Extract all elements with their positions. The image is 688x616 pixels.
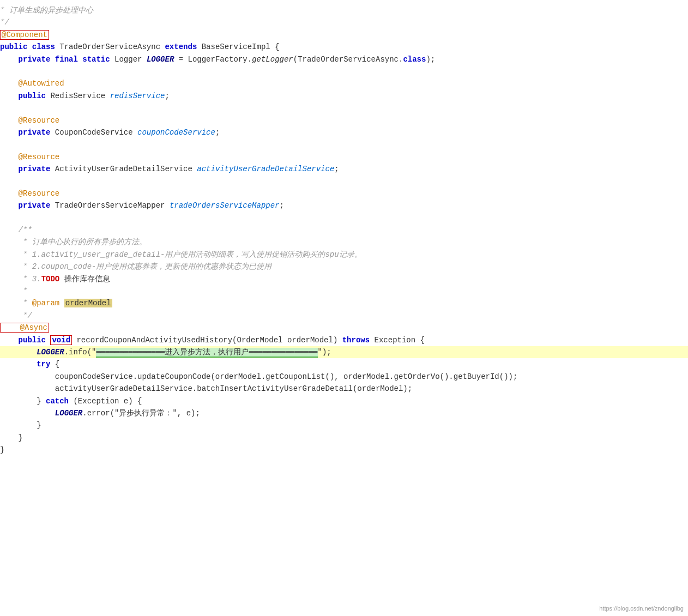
comment: */ [0,18,9,27]
code-text: ; [165,92,169,100]
annotation: @Resource [0,116,59,125]
code-text: { [50,360,59,369]
code-text [0,336,19,345]
code-text: activityUserGradeDetailService [0,384,192,393]
code-text: (orderModel.getCouponList(), orderModel.… [210,372,517,381]
code-line: @Autowired [0,77,688,89]
annotation-boxed: @Component [0,30,49,40]
code-text: recordCouponAndActivityUsedHistory(Order… [72,336,342,345]
code-line: */ [0,310,688,322]
keyword: public [19,336,51,345]
code-line: /** [0,224,688,236]
code-text: = LoggerFactory. [174,55,252,64]
keyword: private [19,201,55,210]
footer-link[interactable]: https://blog.csdn.net/zndonglibg [599,604,684,614]
code-line [0,138,688,150]
comment: * 1.activity_user_grade_detail-用户使用活动明细表… [0,250,362,259]
code-text: } [0,397,46,406]
code-line: @Resource [0,151,688,163]
code-line: private TradeOrdersServiceMapper tradeOr… [0,200,688,212]
code-line: @Component [0,29,688,41]
annotation-boxed: @Async [0,323,49,333]
comment: * 订单中心执行的所有异步的方法。 [0,238,147,246]
code-text [0,409,55,418]
method-name: getLogger [252,55,293,64]
comment: * 2.coupon_code-用户使用优惠券表，更新使用的优惠券状态为已使用 [0,262,271,271]
annotation: @param [32,299,59,307]
comment: */ [0,311,32,320]
code-text: } [0,421,41,430]
code-text: ; [280,201,284,210]
code-line: LOGGER.info("═══════════════进入异步方法，执行用户═… [0,346,688,358]
keyword: public [0,43,32,51]
keyword: try [37,360,50,369]
code-line: private CouponCodeService couponCodeServ… [0,126,688,138]
code-line: * [0,285,688,297]
annotation: @Autowired [0,79,64,88]
code-text: ); [426,55,435,64]
code-text [0,92,19,100]
code-text: .error("异步执行异常：", e); [82,409,200,418]
logger-var: LOGGER [147,55,174,64]
code-text: (TradeOrderServiceAsync. [293,55,403,64]
comment: * 订单生成的异步处理中心 [0,6,93,15]
code-text: TradeOrdersServiceMapper [55,201,170,210]
code-line: * 订单生成的异步处理中心 [0,4,688,16]
code-text [0,55,19,64]
logger-var: LOGGER [55,409,82,418]
code-line: } catch (Exception e) { [0,395,688,407]
comment: * 3. [0,275,41,283]
comment: /** [0,226,32,234]
comment: * [0,287,27,295]
code-line: couponCodeService.updateCouponCode(order… [0,371,688,383]
code-line: public class TradeOrderServiceAsync exte… [0,41,688,53]
code-text [0,128,19,137]
param-name: orderModel [64,299,112,307]
code-text: batchInsertActivityUserGradeDetail [197,384,353,393]
code-text: Exception { [375,336,425,345]
code-text [0,165,19,173]
comment [59,299,64,307]
code-text: TradeOrderServiceAsync [59,43,165,51]
field-name: couponCodeService [137,128,215,137]
code-line: @Resource [0,188,688,200]
code-text: . [192,384,197,393]
code-line [0,175,688,187]
logger-var: LOGGER [37,348,64,357]
code-text: updateCouponCode [137,372,210,381]
code-line: @Resource [0,114,688,126]
code-line [0,65,688,77]
code-line: LOGGER.error("异步执行异常：", e); [0,407,688,419]
code-line: try { [0,358,688,370]
keyword: private [19,128,55,137]
code-line: private final static Logger LOGGER = Log… [0,53,688,65]
code-line: public RedisService redisService; [0,90,688,102]
keyword: extends [165,43,201,51]
code-text: ActivityUserGradeDetailService [55,165,197,173]
code-text: RedisService [50,92,110,100]
code-text: ; [215,128,220,137]
code-line: @Async [0,322,688,334]
keyword: public [19,92,51,100]
keyword: catch [46,397,69,406]
code-text: "); [318,348,331,357]
code-text: { [270,43,280,51]
code-line: public void recordCouponAndActivityUsedH… [0,334,688,346]
code-container: * 订单生成的异步处理中心*/@Componentpublic class Tr… [0,0,688,616]
code-text: BaseServiceImpl [202,43,270,51]
comment: * [0,299,32,307]
code-text: (orderModel); [353,384,412,393]
code-text [0,201,19,210]
code-line: } [0,419,688,431]
code-line: * 2.coupon_code-用户使用优惠券表，更新使用的优惠券状态为已使用 [0,261,688,273]
code-text: 操作库存信息 [59,275,110,283]
code-line: } [0,444,688,456]
field-name: redisService [110,92,165,100]
code-line: * @param orderModel [0,297,688,309]
keyword: throws [342,336,375,345]
keyword: private [19,165,55,173]
code-line: * 订单中心执行的所有异步的方法。 [0,236,688,248]
code-text: couponCodeService [0,372,133,381]
code-line: private ActivityUserGradeDetailService a… [0,163,688,175]
keyword: class [32,43,59,51]
